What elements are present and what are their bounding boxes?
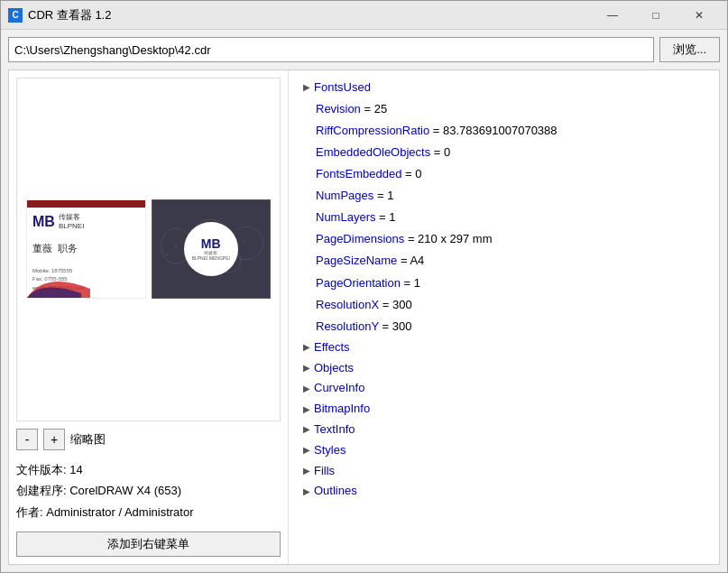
maximize-button[interactable]: □ bbox=[635, 3, 677, 28]
prop-value: 300 bbox=[392, 319, 412, 333]
property-line: FontsEmbedded = 0 bbox=[301, 163, 714, 185]
property-line: EmbeddedOleObjects = 0 bbox=[301, 142, 714, 163]
svg-point-4 bbox=[175, 245, 177, 247]
node-label: TextInfo bbox=[314, 421, 355, 439]
prop-value: A4 bbox=[410, 254, 424, 267]
prop-value: 1 bbox=[414, 276, 420, 290]
minimize-button[interactable]: — bbox=[592, 3, 633, 28]
card-top-stripe bbox=[27, 200, 145, 208]
fonts-used-node[interactable]: ▶ FontsUsed bbox=[301, 78, 714, 98]
prop-value: 83.783691007070388 bbox=[443, 124, 558, 137]
mb-circle-logo: MB bbox=[201, 237, 221, 250]
property-line: NumPages = 1 bbox=[301, 185, 714, 207]
node-label: CurveInfo bbox=[314, 379, 364, 398]
expand-arrow-icon: ▶ bbox=[301, 466, 312, 476]
person-name: 董薇 职务 bbox=[32, 242, 78, 255]
node-bitmapinfo[interactable]: ▶BitmapInfo bbox=[301, 399, 714, 420]
window-controls: — □ ✕ bbox=[592, 3, 720, 28]
mb-back-circle: MB 传媒客BLPNEI MENGPEI bbox=[184, 222, 238, 276]
node-label: Effects bbox=[314, 338, 350, 357]
expand-arrow-icon: ▶ bbox=[301, 342, 312, 353]
expand-arrow-icon: ▶ bbox=[301, 404, 312, 415]
file-author: 作者: Administrator / Administrator bbox=[16, 502, 281, 522]
path-bar: 浏览... bbox=[8, 37, 720, 62]
prop-value: 300 bbox=[392, 298, 412, 311]
prop-key: PageOrientation bbox=[316, 276, 401, 290]
zoom-in-button[interactable]: + bbox=[43, 429, 65, 450]
node-fills[interactable]: ▶Fills bbox=[301, 461, 714, 482]
card-logo: MB 传媒客BLPNEI bbox=[32, 213, 140, 230]
fonts-used-label: FontsUsed bbox=[314, 79, 371, 97]
prop-key: ResolutionX bbox=[316, 298, 379, 311]
card-swoosh-graphic bbox=[27, 262, 90, 298]
prop-key: FontsEmbedded bbox=[316, 167, 401, 180]
prop-key: PageDimensions bbox=[316, 232, 404, 245]
card-front: MB 传媒客BLPNEI 董薇 职务 Mobile: 1875555 Fax: … bbox=[26, 199, 146, 299]
window-title: CDR 查看器 1.2 bbox=[28, 7, 592, 23]
prop-key: PageSizeName bbox=[316, 254, 397, 267]
prop-key: Revision bbox=[316, 102, 361, 116]
prop-key: NumLayers bbox=[316, 210, 375, 224]
property-line: Revision = 25 bbox=[301, 98, 714, 120]
left-panel: MB 传媒客BLPNEI 董薇 职务 Mobile: 1875555 Fax: … bbox=[9, 70, 289, 564]
expand-arrow-icon: ▶ bbox=[301, 363, 312, 374]
prop-value: 1 bbox=[389, 210, 395, 224]
file-info: 文件版本: 14 创建程序: CorelDRAW X4 (653) 作者: Ad… bbox=[16, 459, 281, 522]
close-button[interactable]: ✕ bbox=[678, 3, 720, 28]
property-line: NumLayers = 1 bbox=[301, 207, 714, 228]
node-effects[interactable]: ▶Effects bbox=[301, 337, 714, 358]
node-label: Objects bbox=[314, 359, 354, 378]
expand-arrow-icon: ▶ bbox=[301, 82, 312, 93]
node-styles[interactable]: ▶Styles bbox=[301, 440, 714, 461]
mb-logo-text: MB bbox=[32, 214, 55, 230]
mb-circle-sub-text: 传媒客BLPNEI MENGPEI bbox=[192, 250, 230, 261]
browse-button[interactable]: 浏览... bbox=[659, 37, 720, 62]
prop-key: EmbeddedOleObjects bbox=[316, 145, 430, 159]
file-path-input[interactable] bbox=[8, 37, 654, 62]
expand-arrow-icon: ▶ bbox=[301, 424, 312, 435]
card-back: MB 传媒客BLPNEI MENGPEI bbox=[152, 199, 272, 299]
node-objects[interactable]: ▶Objects bbox=[301, 358, 714, 379]
add-to-context-menu-button[interactable]: 添加到右键菜单 bbox=[16, 531, 281, 557]
node-outlines[interactable]: ▶Outlines bbox=[301, 481, 714, 502]
expand-arrow-icon: ▶ bbox=[301, 486, 312, 497]
svg-point-8 bbox=[166, 254, 168, 256]
zoom-out-button[interactable]: - bbox=[16, 429, 38, 450]
prop-value: 0 bbox=[444, 145, 450, 159]
prop-value: 210 x 297 mm bbox=[418, 232, 492, 245]
expand-arrow-icon: ▶ bbox=[301, 384, 312, 394]
prop-key: RiffCompressionRatio bbox=[316, 124, 429, 137]
property-line: PageSizeName = A4 bbox=[301, 250, 714, 272]
file-version: 文件版本: 14 bbox=[16, 459, 281, 480]
node-label: Outlines bbox=[314, 482, 357, 501]
main-window: C CDR 查看器 1.2 — □ ✕ 浏览... bbox=[0, 0, 728, 573]
node-curveinfo[interactable]: ▶CurveInfo bbox=[301, 378, 714, 399]
thumbnail-controls: - + 缩略图 bbox=[16, 429, 281, 450]
company-name-cn: 传媒客BLPNEI bbox=[59, 213, 84, 230]
card-preview: MB 传媒客BLPNEI 董薇 职务 Mobile: 1875555 Fax: … bbox=[17, 79, 280, 421]
property-line: ResolutionX = 300 bbox=[301, 294, 714, 316]
prop-key: NumPages bbox=[316, 189, 373, 202]
node-textinfo[interactable]: ▶TextInfo bbox=[301, 420, 714, 440]
property-line: PageDimensions = 210 x 297 mm bbox=[301, 228, 714, 250]
property-line: ResolutionY = 300 bbox=[301, 316, 714, 337]
property-line: PageOrientation = 1 bbox=[301, 273, 714, 294]
expand-arrow-icon: ▶ bbox=[301, 445, 312, 456]
title-bar: C CDR 查看器 1.2 — □ ✕ bbox=[1, 1, 727, 30]
app-icon: C bbox=[8, 8, 23, 23]
prop-value: 0 bbox=[415, 167, 421, 180]
thumbnail-label: 缩略图 bbox=[70, 431, 106, 448]
right-panel: ▶ FontsUsed Revision = 25RiffCompression… bbox=[296, 70, 719, 564]
preview-area: MB 传媒客BLPNEI 董薇 职务 Mobile: 1875555 Fax: … bbox=[16, 78, 281, 421]
prop-key: ResolutionY bbox=[316, 319, 379, 333]
property-lines: Revision = 25RiffCompressionRatio = 83.7… bbox=[301, 98, 714, 337]
card-row: MB 传媒客BLPNEI 董薇 职务 Mobile: 1875555 Fax: … bbox=[26, 199, 271, 299]
card-name-row: 董薇 职务 bbox=[32, 242, 140, 255]
svg-point-7 bbox=[243, 242, 244, 244]
expandable-nodes: ▶Effects▶Objects▶CurveInfo▶BitmapInfo▶Te… bbox=[301, 337, 714, 502]
main-panel: MB 传媒客BLPNEI 董薇 职务 Mobile: 1875555 Fax: … bbox=[8, 69, 720, 565]
file-creator: 创建程序: CorelDRAW X4 (653) bbox=[16, 480, 281, 501]
node-label: Styles bbox=[314, 441, 346, 460]
property-line: RiffCompressionRatio = 83.78369100707038… bbox=[301, 120, 714, 142]
prop-value: 25 bbox=[374, 102, 387, 116]
